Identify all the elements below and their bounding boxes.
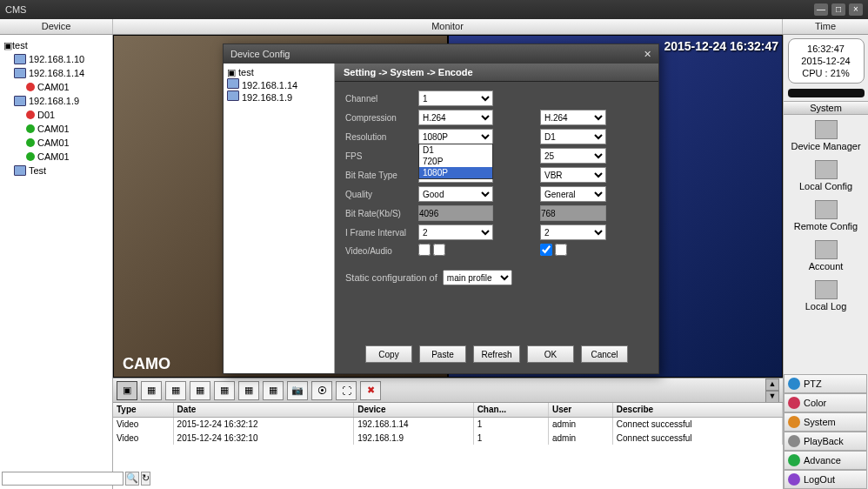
scroll-down-button[interactable]: ▼ xyxy=(765,391,779,403)
dialog-close-button[interactable]: ✕ xyxy=(644,49,651,60)
panel-button-advance[interactable]: Advance xyxy=(784,451,867,470)
compression-main-select[interactable]: H.264 xyxy=(418,110,493,125)
maximize-button[interactable]: □ xyxy=(831,3,845,16)
copy-button[interactable]: Copy xyxy=(365,345,412,363)
tree-node[interactable]: CAM01 xyxy=(2,136,110,150)
log-header[interactable]: Chan... xyxy=(473,403,548,417)
resolution-main-select[interactable]: 1080P D1720P1080P xyxy=(418,129,493,144)
panel-button-icon xyxy=(788,378,800,390)
system-item-icon xyxy=(815,160,838,179)
snapshot-button[interactable]: 📷 xyxy=(287,381,308,400)
search-clear-button[interactable]: ↻ xyxy=(141,472,150,486)
resolution-option[interactable]: 720P xyxy=(419,156,492,167)
tree-node[interactable]: CAM01 xyxy=(2,80,110,94)
tree-node[interactable]: CAM01 xyxy=(2,150,110,164)
log-header[interactable]: Device xyxy=(354,403,473,417)
audio-main-checkbox[interactable] xyxy=(433,244,445,256)
panel-button-playback[interactable]: PlayBack xyxy=(784,432,867,451)
system-item[interactable]: Remote Config xyxy=(784,195,868,235)
tree-node[interactable]: 192.168.1.9 xyxy=(2,94,110,108)
tree-node[interactable]: D01 xyxy=(2,108,110,122)
view-1x1-button[interactable]: ▣ xyxy=(117,381,137,400)
tree-node[interactable]: CAM01 xyxy=(2,122,110,136)
log-header[interactable]: Date xyxy=(173,403,354,417)
panel-button-ptz[interactable]: PTZ xyxy=(784,374,867,393)
bitrate-sub-input[interactable] xyxy=(540,205,606,221)
system-item[interactable]: Local Log xyxy=(784,275,868,315)
camera-icon xyxy=(26,83,35,91)
cancel-button[interactable]: Cancel xyxy=(581,345,628,363)
audio-sub-checkbox[interactable] xyxy=(555,244,567,256)
ok-button[interactable]: OK xyxy=(527,345,574,363)
log-header[interactable]: Describe xyxy=(612,403,782,417)
log-header[interactable]: Type xyxy=(113,403,173,417)
refresh-button[interactable]: Refresh xyxy=(473,345,520,363)
bitrate-main-input[interactable] xyxy=(418,205,493,221)
tree-node[interactable]: 192.168.1.14 xyxy=(2,66,110,80)
dialog-tree-node[interactable]: 192.168.1.14 xyxy=(227,78,331,90)
dialog-tree-root[interactable]: ▣ test xyxy=(227,67,331,78)
tree-node[interactable]: Test xyxy=(2,164,110,178)
log-cell: admin xyxy=(548,417,612,431)
panel-button-system[interactable]: System xyxy=(784,412,867,432)
compression-sub-select[interactable]: H.264 xyxy=(540,110,606,125)
log-row[interactable]: Video2015-12-24 16:32:10192.168.1.91admi… xyxy=(113,431,783,445)
panel-button-label: System xyxy=(804,417,836,427)
resolution-dropdown-list[interactable]: D1720P1080P xyxy=(418,144,493,179)
panel-button-label: LogOut xyxy=(804,474,835,485)
log-header[interactable]: User xyxy=(548,403,612,417)
dialog-titlebar[interactable]: Device Config ✕ xyxy=(224,44,658,64)
resolution-sub-select[interactable]: D1 xyxy=(540,129,606,144)
tree-search-input[interactable] xyxy=(2,472,124,486)
view-3x3-button[interactable]: ▦ xyxy=(165,381,186,400)
app-title: CMS xyxy=(5,4,26,15)
static-config-select[interactable]: main profile xyxy=(443,270,512,285)
fps-sub-select[interactable]: 25 xyxy=(540,148,606,164)
topnav-device: Device xyxy=(0,19,113,34)
panel-button-label: Color xyxy=(804,398,826,408)
close-button[interactable]: × xyxy=(849,3,863,16)
video-sub-checkbox[interactable] xyxy=(540,244,552,256)
view-grid5-button[interactable]: ▦ xyxy=(214,381,235,400)
system-item[interactable]: Device Manager xyxy=(784,115,868,155)
log-cell: 192.168.1.9 xyxy=(354,431,473,445)
device-icon xyxy=(14,68,26,78)
record-button[interactable]: ⦿ xyxy=(311,381,332,400)
dialog-tree: ▣ test 192.168.1.14192.168.1.9 xyxy=(224,64,335,373)
log-row[interactable]: Video2015-12-24 16:32:12192.168.1.141adm… xyxy=(113,417,783,431)
fullscreen-button[interactable]: ⛶ xyxy=(336,381,357,400)
iframe-sub-select[interactable]: 2 xyxy=(540,224,606,240)
view-grid6-button[interactable]: ▦ xyxy=(238,381,259,400)
camera-icon xyxy=(26,152,35,161)
device-config-dialog: Device Config ✕ ▣ test 192.168.1.14192.1… xyxy=(223,44,659,374)
dialog-tree-node[interactable]: 192.168.1.9 xyxy=(227,90,331,103)
system-item[interactable]: Local Config xyxy=(784,155,868,195)
static-config-label: Static configuration of xyxy=(345,272,437,283)
tree-node[interactable]: 192.168.1.10 xyxy=(2,52,110,66)
view-2x2-button[interactable]: ▦ xyxy=(141,381,162,400)
iframe-main-select[interactable]: 2 xyxy=(418,224,493,240)
resolution-label: Resolution xyxy=(345,132,417,142)
resolution-option[interactable]: D1 xyxy=(419,144,492,156)
quality-main-select[interactable]: Good xyxy=(418,186,493,202)
channel-select[interactable]: 1 xyxy=(418,90,493,106)
search-button[interactable]: 🔍 xyxy=(125,472,139,486)
quality-sub-select[interactable]: General xyxy=(540,186,606,202)
camera-icon xyxy=(26,138,35,147)
view-toolbar: ▣ ▦ ▦ ▦ ▦ ▦ ▦ 📷 ⦿ ⛶ ✖ ▲ ▼ xyxy=(113,378,783,402)
video-main-checkbox[interactable] xyxy=(418,244,431,256)
paste-button[interactable]: Paste xyxy=(419,345,466,363)
bitratetype-sub-select[interactable]: VBR xyxy=(540,167,606,183)
view-grid7-button[interactable]: ▦ xyxy=(263,381,284,400)
panel-button-logout[interactable]: LogOut xyxy=(784,470,867,489)
log-cell: 2015-12-24 16:32:12 xyxy=(173,417,354,431)
panel-button-color[interactable]: Color xyxy=(784,393,867,412)
system-item[interactable]: Account xyxy=(784,235,868,275)
close-all-button[interactable]: ✖ xyxy=(360,381,381,400)
tree-root[interactable]: ▣ test xyxy=(2,38,110,52)
resolution-option[interactable]: 1080P xyxy=(419,167,492,178)
minimize-button[interactable]: — xyxy=(814,3,828,16)
view-4x4-button[interactable]: ▦ xyxy=(190,381,210,400)
scroll-up-button[interactable]: ▲ xyxy=(765,378,779,391)
system-item-label: Remote Config xyxy=(784,221,868,231)
